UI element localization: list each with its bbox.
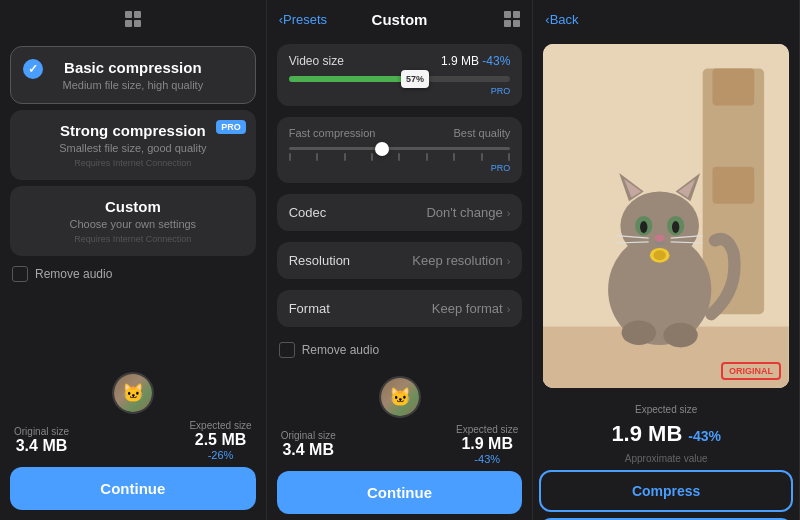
quality-pro-label: PRO: [289, 163, 511, 173]
basic-compression-title: Basic compression: [25, 59, 241, 76]
panel2-thumbnail: 🐱: [379, 376, 421, 418]
panel1-expected-size: Expected size 2.5 MB -26%: [189, 420, 251, 461]
cat-svg: [543, 44, 789, 388]
panel2-continue-button[interactable]: Continue: [277, 471, 523, 514]
format-row[interactable]: Format Keep format ›: [277, 290, 523, 327]
panel1-header: [0, 0, 266, 38]
panel1-original-size: Original size 3.4 MB: [14, 426, 69, 455]
selected-check: [23, 59, 43, 79]
resolution-row[interactable]: Resolution Keep resolution ›: [277, 242, 523, 279]
svg-point-23: [654, 250, 666, 260]
panel2-title: Custom: [372, 11, 428, 28]
panel1-thumbnail: 🐱: [112, 372, 154, 414]
panel2-remove-audio-row[interactable]: Remove audio: [277, 338, 523, 362]
panel2-original-label: Original size: [281, 430, 336, 441]
pro-badge: PRO: [216, 120, 246, 134]
svg-point-21: [664, 323, 698, 348]
grid-icon[interactable]: [125, 11, 141, 27]
panel3-expected-size-row: 1.9 MB -43%: [611, 421, 721, 447]
slider-percent-label: 57%: [406, 74, 424, 84]
panel2-back-label: Presets: [283, 12, 327, 27]
panel1-bottom: 🐱 Original size 3.4 MB Expected size 2.5…: [0, 364, 266, 520]
panel2-back-button[interactable]: ‹ Presets: [279, 12, 327, 27]
strong-compression-title: Strong compression: [24, 122, 242, 139]
quality-header: Fast compression Best quality: [289, 127, 511, 139]
quality-ticks: [289, 153, 511, 161]
format-label: Format: [289, 301, 330, 316]
format-value: Keep format: [432, 301, 503, 316]
panel2-bottom: 🐱 Original size 3.4 MB Expected size 1.9…: [267, 368, 533, 520]
panel2-remove-audio-checkbox[interactable]: [279, 342, 295, 358]
panel2-size-row: Original size 3.4 MB Expected size 1.9 M…: [277, 424, 523, 465]
panel3-back-button[interactable]: ‹ Back: [545, 12, 578, 27]
svg-point-20: [622, 320, 656, 345]
quality-slider-thumb[interactable]: [375, 142, 389, 156]
custom-compression-card[interactable]: Custom Choose your own settings Requires…: [10, 186, 256, 256]
panel3-bottom: Expected size 1.9 MB -43% Approximate va…: [533, 394, 799, 520]
panel1-original-value: 3.4 MB: [16, 437, 68, 455]
video-size-row: Video size 1.9 MB -43%: [289, 54, 511, 68]
cat-image-preview: ORIGINAL: [543, 44, 789, 388]
panel1-expected-change: -26%: [208, 449, 234, 461]
fast-compression-label: Fast compression: [289, 127, 376, 139]
panel3-expected-change: -43%: [688, 428, 721, 444]
original-badge: ORIGINAL: [721, 362, 781, 380]
quality-section: Fast compression Best quality PRO: [277, 117, 523, 183]
codec-value-area: Don't change ›: [426, 205, 510, 220]
panel2-expected-change: -43%: [474, 453, 500, 465]
video-size-number: 1.9 MB: [441, 54, 479, 68]
format-chevron-icon: ›: [507, 303, 511, 315]
strong-requires-text: Requires Internet Connection: [24, 158, 242, 168]
panel1-expected-label: Expected size: [189, 420, 251, 431]
panel2-original-size: Original size 3.4 MB: [281, 430, 336, 459]
panel3-approx-label: Approximate value: [625, 453, 708, 464]
video-size-value: 1.9 MB -43%: [441, 54, 510, 68]
panel2-thumbnail-area: 🐱: [277, 376, 523, 418]
svg-point-15: [655, 234, 665, 241]
quality-slider-track[interactable]: [289, 147, 511, 150]
svg-point-13: [640, 221, 647, 233]
panel2-content: Video size 1.9 MB -43% 57% PRO Fast comp…: [267, 38, 533, 368]
svg-point-14: [672, 221, 679, 233]
panel2-expected-label: Expected size: [456, 424, 518, 435]
video-size-slider-thumb[interactable]: 57%: [401, 70, 429, 88]
basic-compression-subtitle: Medium file size, high quality: [25, 79, 241, 91]
panel2-header: ‹ Presets Custom: [267, 0, 533, 38]
video-size-slider-track[interactable]: 57%: [289, 76, 511, 82]
panel2-expected-size: Expected size 1.9 MB -43%: [456, 424, 518, 465]
panel2-grid-icon[interactable]: [504, 11, 520, 27]
codec-label: Codec: [289, 205, 327, 220]
panel1-original-label: Original size: [14, 426, 69, 437]
svg-rect-2: [713, 69, 755, 106]
remove-audio-label: Remove audio: [35, 267, 112, 281]
basic-compression-card[interactable]: Basic compression Medium file size, high…: [10, 46, 256, 104]
video-size-pro-label: PRO: [289, 86, 511, 96]
panel-compression-options: Basic compression Medium file size, high…: [0, 0, 267, 520]
remove-audio-checkbox[interactable]: [12, 266, 28, 282]
compress-button[interactable]: Compress: [539, 470, 793, 512]
strong-compression-card[interactable]: PRO Strong compression Smallest file siz…: [10, 110, 256, 180]
panel2-original-value: 3.4 MB: [282, 441, 334, 459]
resolution-chevron-icon: ›: [507, 255, 511, 267]
resolution-value: Keep resolution: [412, 253, 502, 268]
strong-compression-subtitle: Smallest file size, good quality: [24, 142, 242, 154]
format-value-area: Keep format ›: [432, 301, 511, 316]
remove-audio-row[interactable]: Remove audio: [10, 262, 256, 286]
svg-rect-3: [713, 167, 755, 204]
resolution-value-area: Keep resolution ›: [412, 253, 510, 268]
panel2-remove-audio-label: Remove audio: [302, 343, 379, 357]
panel-preview: ‹ Back: [533, 0, 800, 520]
panel1-continue-button[interactable]: Continue: [10, 467, 256, 510]
custom-compression-subtitle: Choose your own settings: [24, 218, 242, 230]
panel2-cat-icon: 🐱: [381, 378, 419, 416]
video-size-slider-fill: [289, 76, 415, 82]
panel3-back-label: Back: [550, 12, 579, 27]
codec-chevron-icon: ›: [507, 207, 511, 219]
panel3-header: ‹ Back: [533, 0, 799, 38]
codec-row[interactable]: Codec Don't change ›: [277, 194, 523, 231]
panel1-content: Basic compression Medium file size, high…: [0, 38, 266, 364]
panel1-cat-icon: 🐱: [114, 374, 152, 412]
panel3-expected-value: 1.9 MB: [611, 421, 682, 447]
panel1-thumbnail-area: 🐱: [10, 372, 256, 414]
codec-value: Don't change: [426, 205, 502, 220]
